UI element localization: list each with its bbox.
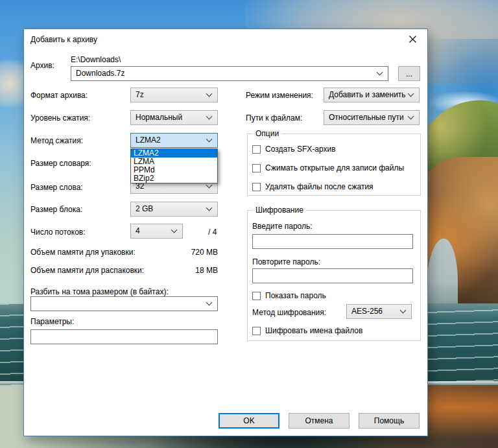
checkbox-icon [252, 327, 261, 335]
chevron-down-icon [206, 113, 213, 119]
chevron-down-icon [171, 226, 178, 233]
file-paths-combobox[interactable]: Относительные пути [324, 110, 420, 125]
chevron-down-icon [377, 69, 383, 75]
parameters-label: Параметры: [30, 317, 74, 326]
update-mode-value: Добавить и заменить [329, 90, 406, 99]
update-mode-label: Режим изменения: [246, 91, 313, 100]
chevron-down-icon [408, 113, 414, 119]
memory-pack-label: Объем памяти для упаковки: [30, 248, 136, 257]
memory-unpack-label: Объем памяти для распаковки: [30, 266, 144, 275]
compression-level-value: Нормальный [136, 113, 182, 122]
block-size-combobox[interactable]: 2 GB [130, 202, 218, 217]
compress-shared-files-checkbox[interactable]: Сжимать открытые для записи файлы [252, 163, 404, 172]
compression-method-value: LZMA2 [136, 136, 161, 145]
word-size-label: Размер слова: [30, 183, 83, 192]
file-paths-label: Пути к файлам: [246, 113, 302, 123]
archive-name-combobox[interactable]: Downloads.7z [71, 66, 388, 81]
checkbox-icon [252, 183, 261, 191]
parameters-input[interactable] [30, 329, 218, 344]
close-button[interactable] [398, 29, 427, 49]
create-sfx-checkbox[interactable]: Создать SFX-архив [252, 145, 336, 154]
update-mode-combobox[interactable]: Добавить и заменить [324, 88, 420, 102]
archive-dir: E:\Downloads\ [71, 55, 121, 64]
compression-method-label: Метод сжатия: [30, 136, 83, 145]
encryption-group-title: Шифрование [253, 206, 306, 215]
chevron-down-icon [206, 90, 213, 97]
dropdown-option-bzip2[interactable]: BZip2 [131, 174, 217, 183]
block-size-value: 2 GB [136, 204, 153, 213]
cpu-threads-value: 4 [136, 226, 140, 235]
compression-level-combobox[interactable]: Нормальный [130, 110, 218, 125]
archive-format-combobox[interactable]: 7z [130, 88, 218, 102]
checkbox-icon [252, 164, 261, 172]
memory-pack-value: 720 MB [130, 248, 218, 257]
reenter-password-input[interactable] [252, 268, 413, 283]
delete-after-compression-label: Удалять файлы после сжатия [265, 182, 374, 191]
block-size-label: Размер блока: [30, 205, 82, 214]
compress-shared-files-label: Сжимать открытые для записи файлы [265, 163, 404, 172]
file-paths-value: Относительные пути [329, 113, 404, 122]
cancel-button[interactable]: Отмена [289, 413, 350, 429]
encrypt-file-names-checkbox[interactable]: Шифровать имена файлов [252, 326, 362, 335]
add-to-archive-dialog: Добавить к архиву Архив: E:\Downloads\ D… [23, 29, 428, 436]
encryption-method-combobox[interactable]: AES-256 [346, 304, 412, 319]
checkbox-icon [252, 292, 261, 300]
archive-format-value: 7z [136, 90, 144, 99]
chevron-down-icon [206, 204, 213, 211]
browse-button[interactable]: ... [398, 66, 420, 81]
options-group-title: Опции [253, 129, 281, 138]
compression-method-combobox[interactable]: LZMA2 [130, 133, 218, 148]
archive-format-label: Формат архива: [30, 91, 88, 100]
ok-button[interactable]: OK [219, 413, 279, 429]
delete-after-compression-checkbox[interactable]: Удалять файлы после сжатия [252, 182, 374, 191]
help-button[interactable]: Помощь [359, 413, 420, 429]
cpu-threads-combobox[interactable]: 4 [130, 224, 183, 239]
show-password-label: Показать пароль [265, 291, 326, 300]
cpu-threads-label: Число потоков: [30, 228, 86, 237]
show-password-checkbox[interactable]: Показать пароль [252, 291, 326, 300]
chevron-down-icon [400, 307, 407, 313]
encryption-method-label: Метод шифрования: [252, 308, 326, 317]
enter-password-input[interactable] [252, 234, 413, 249]
split-volumes-label: Разбить на тома размером (в байтах): [30, 287, 169, 296]
dialog-titlebar[interactable]: Добавить к архиву [24, 29, 427, 50]
chevron-down-icon [206, 136, 213, 142]
checkbox-icon [252, 145, 261, 154]
encryption-method-value: AES-256 [351, 307, 383, 316]
close-icon [409, 36, 416, 43]
archive-name-value: Downloads.7z [76, 69, 124, 78]
split-volumes-combobox[interactable] [30, 296, 218, 311]
dialog-title: Добавить к архиву [30, 35, 97, 44]
reenter-password-label: Повторите пароль: [252, 257, 320, 266]
dictionary-size-label: Размер словаря: [30, 159, 91, 168]
cpu-threads-max: / 4 [208, 228, 217, 237]
compression-level-label: Уровень сжатия: [30, 113, 90, 123]
compression-method-dropdown: LZMA2 LZMA PPMd BZip2 [130, 148, 218, 183]
create-sfx-label: Создать SFX-архив [265, 145, 336, 154]
enter-password-label: Введите пароль: [252, 222, 313, 231]
chevron-down-icon [206, 299, 213, 305]
memory-unpack-value: 18 MB [130, 266, 218, 275]
chevron-down-icon [408, 90, 414, 97]
encrypt-file-names-label: Шифровать имена файлов [265, 326, 362, 335]
archive-label: Архив: [30, 61, 54, 70]
